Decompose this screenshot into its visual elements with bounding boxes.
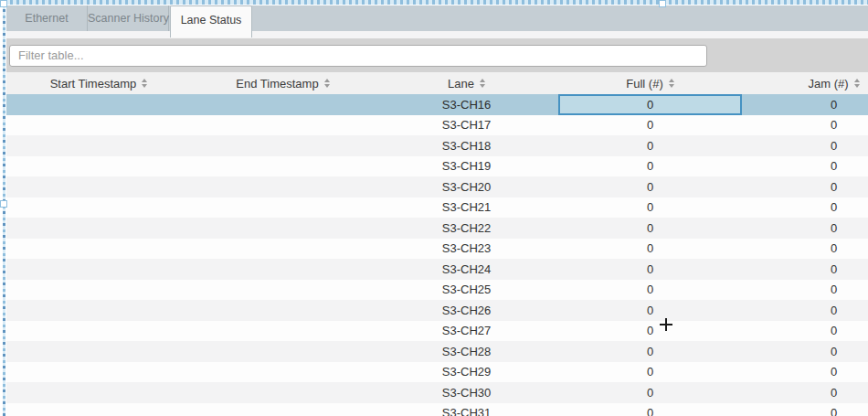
cell-full[interactable]: 0: [558, 280, 742, 301]
tab-scanner-history[interactable]: Scanner History: [88, 5, 169, 31]
cell-jam[interactable]: 0: [742, 403, 868, 416]
filter-input[interactable]: [9, 45, 707, 67]
selection-handle-top-left[interactable]: [0, 0, 7, 7]
cell-lane[interactable]: S3-CH25: [375, 280, 558, 301]
cell-full[interactable]: 0: [558, 156, 742, 177]
cell-full[interactable]: 0: [558, 403, 742, 416]
column-header-jam[interactable]: Jam (#): [742, 77, 868, 91]
cell-start[interactable]: [6, 94, 191, 115]
table-row-S3-CH31[interactable]: S3-CH3100: [6, 403, 868, 416]
cell-end[interactable]: [191, 382, 375, 403]
cell-start[interactable]: [6, 362, 191, 383]
selection-handle-top-mid[interactable]: [659, 0, 666, 7]
cell-end[interactable]: [191, 280, 375, 301]
cell-jam[interactable]: 0: [742, 156, 868, 177]
cell-full[interactable]: 0: [558, 382, 742, 403]
cell-end[interactable]: [191, 362, 375, 383]
table-row-S3-CH30[interactable]: S3-CH3000: [6, 382, 868, 403]
cell-lane[interactable]: S3-CH18: [375, 135, 558, 156]
cell-lane[interactable]: S3-CH19: [375, 156, 558, 177]
cell-end[interactable]: [191, 135, 375, 156]
cell-start[interactable]: [6, 403, 191, 416]
cell-lane[interactable]: S3-CH29: [375, 362, 558, 383]
cell-full[interactable]: 0: [558, 300, 742, 321]
cell-jam[interactable]: 0: [742, 300, 868, 321]
cell-jam[interactable]: 0: [742, 362, 868, 383]
cell-lane[interactable]: S3-CH24: [375, 259, 558, 280]
cell-lane[interactable]: S3-CH22: [375, 218, 558, 239]
cell-jam[interactable]: 0: [742, 94, 868, 115]
cell-start[interactable]: [6, 115, 191, 136]
cell-start[interactable]: [6, 218, 191, 239]
cell-jam[interactable]: 0: [742, 135, 868, 156]
table-row-S3-CH16[interactable]: S3-CH1600: [6, 94, 868, 115]
cell-end[interactable]: [191, 239, 375, 260]
cell-full[interactable]: 0: [558, 197, 742, 219]
cell-end[interactable]: [191, 176, 375, 197]
cell-start[interactable]: [6, 321, 191, 342]
cell-full[interactable]: 0: [558, 362, 742, 383]
cell-full[interactable]: 0: [558, 115, 742, 136]
column-header-start-timestamp[interactable]: Start Timestamp: [6, 77, 191, 91]
cell-lane[interactable]: S3-CH17: [375, 115, 558, 136]
cell-end[interactable]: [191, 341, 375, 362]
table-row-S3-CH28[interactable]: S3-CH2800: [6, 341, 868, 362]
table-row-S3-CH19[interactable]: S3-CH1900: [6, 156, 868, 177]
tab-ethernet[interactable]: Ethernet: [6, 5, 88, 31]
cell-end[interactable]: [191, 94, 375, 115]
tab-lane-status[interactable]: Lane Status: [170, 5, 252, 37]
cell-end[interactable]: [191, 218, 375, 239]
cell-end[interactable]: [191, 321, 375, 342]
cell-end[interactable]: [191, 115, 375, 136]
selection-handle-mid-left[interactable]: [0, 200, 7, 208]
cell-jam[interactable]: 0: [742, 382, 868, 403]
cell-jam[interactable]: 0: [742, 259, 868, 280]
table-row-S3-CH26[interactable]: S3-CH2600: [6, 300, 868, 321]
cell-lane[interactable]: S3-CH31: [375, 403, 558, 416]
cell-lane[interactable]: S3-CH23: [375, 239, 558, 260]
column-header-full[interactable]: Full (#): [558, 77, 742, 91]
cell-full[interactable]: 0: [558, 135, 742, 156]
cell-jam[interactable]: 0: [742, 197, 868, 219]
cell-start[interactable]: [6, 382, 191, 403]
cell-full[interactable]: 0: [558, 321, 742, 342]
cell-start[interactable]: [6, 135, 191, 156]
table-row-S3-CH29[interactable]: S3-CH2900: [6, 362, 868, 383]
cell-start[interactable]: [6, 197, 191, 219]
cell-lane[interactable]: S3-CH20: [375, 176, 558, 197]
table-row-S3-CH22[interactable]: S3-CH2200: [6, 218, 868, 239]
cell-full[interactable]: 0: [558, 259, 742, 280]
cell-full[interactable]: 0: [558, 218, 742, 239]
table-row-S3-CH18[interactable]: S3-CH1800: [6, 135, 868, 156]
cell-lane[interactable]: S3-CH27: [375, 321, 558, 342]
cell-start[interactable]: [6, 341, 191, 362]
table-row-S3-CH23[interactable]: S3-CH2300: [6, 239, 868, 260]
cell-jam[interactable]: 0: [742, 239, 868, 260]
cell-start[interactable]: [6, 259, 191, 280]
cell-full[interactable]: 0: [558, 341, 742, 362]
column-header-end-timestamp[interactable]: End Timestamp: [191, 77, 375, 91]
cell-start[interactable]: [6, 176, 191, 197]
cell-jam[interactable]: 0: [742, 176, 868, 197]
cell-end[interactable]: [191, 156, 375, 177]
cell-full[interactable]: 0: [558, 176, 742, 197]
cell-end[interactable]: [191, 300, 375, 321]
cell-start[interactable]: [6, 300, 191, 321]
table-row-S3-CH25[interactable]: S3-CH2500: [6, 280, 868, 301]
cell-jam[interactable]: 0: [742, 280, 868, 301]
cell-full[interactable]: 0: [558, 239, 742, 260]
cell-lane[interactable]: S3-CH30: [375, 382, 558, 403]
cell-lane[interactable]: S3-CH16: [375, 94, 558, 115]
cell-start[interactable]: [6, 280, 191, 301]
cell-jam[interactable]: 0: [742, 115, 868, 136]
cell-end[interactable]: [191, 259, 375, 280]
cell-start[interactable]: [6, 156, 191, 177]
cell-lane[interactable]: S3-CH28: [375, 341, 558, 362]
cell-end[interactable]: [191, 197, 375, 219]
column-header-lane[interactable]: Lane: [375, 77, 558, 91]
table-row-S3-CH24[interactable]: S3-CH2400: [6, 259, 868, 280]
cell-lane[interactable]: S3-CH21: [375, 197, 558, 219]
table-row-S3-CH21[interactable]: S3-CH2100: [6, 197, 868, 219]
cell-lane[interactable]: S3-CH26: [375, 300, 558, 321]
cell-end[interactable]: [191, 403, 375, 416]
